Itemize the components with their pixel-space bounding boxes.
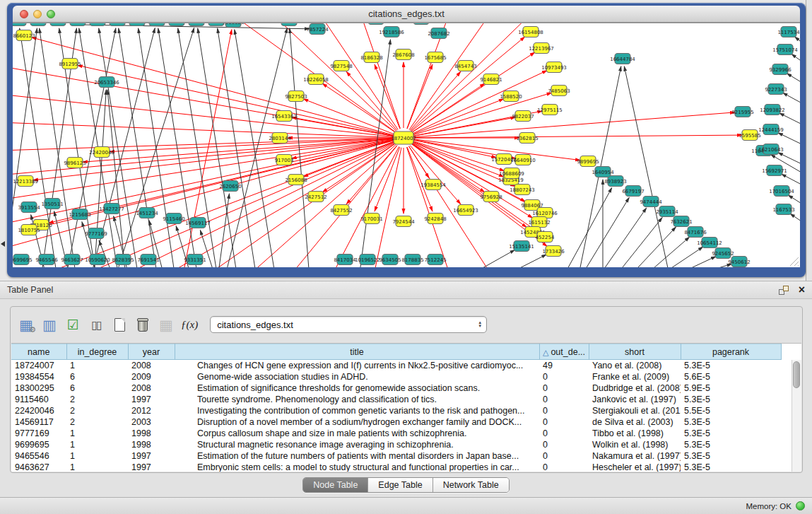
network-edge[interactable] <box>409 146 493 267</box>
network-edge[interactable] <box>411 37 525 132</box>
network-node-label: 8471676 <box>684 230 707 235</box>
network-canvas[interactable]: 1872400728031441654336298275031822605898… <box>13 23 800 267</box>
table-row[interactable]: 1938455462009Genome-wide association stu… <box>11 371 781 382</box>
network-view-window[interactable]: citations_edges.txt 18724007280314416543… <box>7 3 806 277</box>
table-row[interactable]: 977716911998Corpus callosum shape and si… <box>11 428 781 439</box>
network-edge[interactable] <box>783 93 800 110</box>
network-node[interactable] <box>110 23 125 26</box>
function-builder-icon[interactable]: ƒ(x) <box>181 315 198 334</box>
table-settings-icon[interactable]: ▦ ⚙ <box>18 315 35 334</box>
network-edge[interactable] <box>413 112 735 137</box>
network-edge[interactable] <box>13 122 394 137</box>
select-rows-icon[interactable]: ☑ <box>64 315 81 334</box>
network-edge[interactable] <box>657 247 703 267</box>
column-header-pagerank[interactable]: pagerank <box>681 344 781 360</box>
network-node-label: 9465546 <box>35 257 58 263</box>
table-scrollbar-thumb[interactable] <box>793 361 800 388</box>
network-edge[interactable] <box>218 28 257 267</box>
network-node-label: 8628395 <box>112 257 134 263</box>
close-window-button[interactable] <box>20 10 28 18</box>
float-panel-icon[interactable] <box>779 286 789 295</box>
row-options-icon[interactable]: ▯▯ <box>88 315 105 334</box>
network-edge[interactable] <box>359 23 400 129</box>
table-scrollbar[interactable] <box>792 360 801 472</box>
table-panel-title: Table Panel <box>7 285 53 295</box>
table-selector-dropdown[interactable]: citations_edges.txt ▲▼ <box>210 316 487 333</box>
table-row[interactable]: 2242004622012Investigating the contribut… <box>11 405 781 416</box>
network-node-label: 18226058 <box>303 77 329 83</box>
network-node[interactable] <box>70 23 86 26</box>
network-edge[interactable] <box>614 218 662 267</box>
network-edge[interactable] <box>787 74 800 90</box>
network-edge[interactable] <box>563 188 612 267</box>
network-edge[interactable] <box>218 194 229 267</box>
network-edge[interactable] <box>246 144 396 267</box>
network-node-label: 7924544 <box>392 219 415 225</box>
network-edge[interactable] <box>500 255 546 267</box>
network-node-label: 1733426 <box>542 249 565 255</box>
network-node[interactable] <box>281 23 297 26</box>
network-edge[interactable] <box>413 135 742 138</box>
tab-edge-table[interactable]: Edge Table <box>368 478 433 492</box>
column-header-name[interactable]: name <box>11 344 66 360</box>
show-columns-icon[interactable]: ▥ <box>41 315 58 334</box>
network-edge[interactable] <box>792 54 800 71</box>
network-edge[interactable] <box>78 65 394 136</box>
network-edge[interactable] <box>346 71 397 130</box>
close-panel-icon[interactable]: × <box>799 285 805 295</box>
network-node-label: 2620650 <box>219 184 241 189</box>
memory-ok-indicator-icon[interactable] <box>796 501 805 510</box>
network-edge[interactable] <box>115 28 194 267</box>
table-row[interactable]: 946362711997Embryonic stem cells: a mode… <box>11 462 781 472</box>
network-node[interactable] <box>50 23 66 26</box>
network-edge[interactable] <box>373 148 401 267</box>
network-node[interactable] <box>169 23 184 26</box>
column-header-title[interactable]: title <box>175 344 539 360</box>
network-node[interactable] <box>368 23 384 25</box>
delete-table-icon[interactable] <box>134 315 151 334</box>
network-edge[interactable] <box>413 99 504 134</box>
table-row[interactable]: 969969511998Structural magnetic resonanc… <box>11 439 781 450</box>
zoom-window-button[interactable] <box>47 10 55 18</box>
tab-node-table[interactable]: Node Table <box>303 478 368 492</box>
network-edge[interactable] <box>346 146 397 204</box>
network-node[interactable] <box>90 23 105 26</box>
table-row[interactable]: 911546021997Tourette syndrome. Phenomeno… <box>11 394 781 405</box>
network-node-label: 7512245 <box>424 257 446 263</box>
network-edge[interactable] <box>410 71 461 130</box>
network-edge[interactable] <box>790 214 800 230</box>
network-node[interactable] <box>189 23 204 26</box>
network-node[interactable] <box>30 23 46 26</box>
network-edge[interactable] <box>628 227 676 267</box>
column-header-out-degree[interactable]: △out_de... <box>539 344 589 360</box>
window-titlebar[interactable]: citations_edges.txt <box>13 6 800 23</box>
collapse-panel-arrow-icon[interactable] <box>1 241 5 247</box>
column-header-year[interactable]: year <box>128 344 175 360</box>
network-edge[interactable] <box>670 257 716 267</box>
table-toolbar: ▦ ⚙ ▥ ☑ ▯▯ ▦ ƒ(x) <box>11 307 802 342</box>
network-node[interactable] <box>129 23 145 26</box>
network-edge[interactable] <box>33 139 394 180</box>
network-node[interactable] <box>413 23 429 25</box>
network-node[interactable] <box>13 23 26 26</box>
table-row[interactable]: 1872400712008Changes of HCN gene express… <box>11 360 781 371</box>
minimize-window-button[interactable] <box>33 10 42 18</box>
network-edge[interactable] <box>465 250 514 267</box>
network-node-label: 18807243 <box>510 187 535 193</box>
network-node-label: 8427552 <box>330 208 352 214</box>
table-row[interactable]: 1830029562008Estimation of significance … <box>11 382 781 394</box>
network-node-label: 2803144 <box>269 136 291 141</box>
network-edge[interactable] <box>624 66 670 267</box>
table-row[interactable]: 946554611997Estimation of the future num… <box>11 450 781 462</box>
network-node-label: 22420046 <box>89 150 114 156</box>
column-header-in-degree[interactable]: in_degree <box>66 344 128 360</box>
tab-network-table[interactable]: Network Table <box>433 478 509 492</box>
network-edge[interactable] <box>198 28 237 267</box>
column-header-short[interactable]: short <box>589 344 681 360</box>
network-node[interactable] <box>149 23 165 26</box>
table-row[interactable]: 1456911722003Disruption of a novel membe… <box>11 416 781 428</box>
network-node-label: 9227343 <box>765 87 787 93</box>
network-edge[interactable] <box>642 237 690 267</box>
new-table-icon[interactable] <box>111 315 128 334</box>
network-node-label: 8660123 <box>13 33 35 39</box>
